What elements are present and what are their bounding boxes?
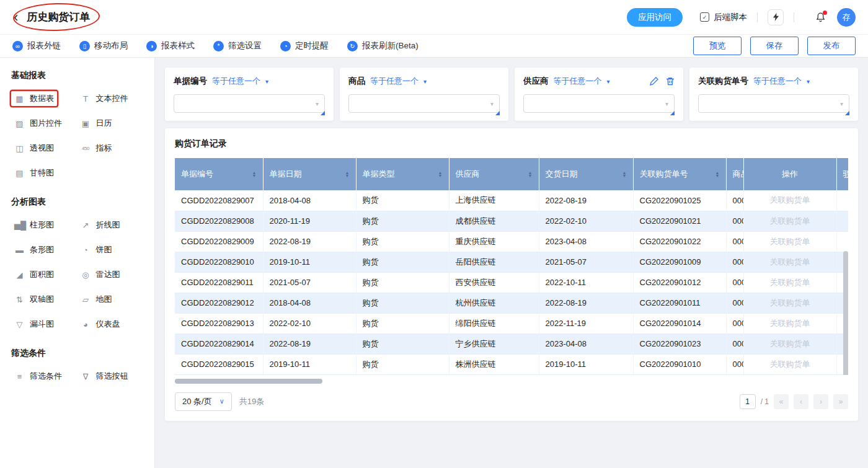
sidebar-item-bar-chart[interactable]: ▬ 条形图 [11, 242, 57, 257]
sidebar-section-title: 筛选条件 [11, 348, 143, 359]
table-cell: CGDD20220829011 [175, 272, 263, 293]
row-action-link[interactable]: 关联购货单 [743, 231, 836, 252]
sidebar-item-metric[interactable]: 450 指标 [78, 141, 115, 156]
sidebar-item-image-widget[interactable]: ▨ 图片控件 [11, 116, 65, 131]
table-row: CGDD202208290092022-08-19购货重庆供应链2023-04-… [175, 231, 848, 252]
sidebar-item-dual-axis-chart[interactable]: ⇅ 双轴图 [11, 292, 57, 307]
sidebar-item-label: 数据表 [30, 93, 54, 104]
sort-icon[interactable]: ▲▼ [438, 171, 443, 178]
column-header-related-order-no[interactable]: 关联购货单号▲▼ [633, 158, 726, 190]
horizontal-scrollbar[interactable] [175, 379, 322, 384]
sidebar-item-calendar[interactable]: ▣ 日历 [78, 116, 115, 131]
bar-chart-icon: ▬ [14, 245, 25, 255]
toolbar-report-style[interactable]: ◑ 报表样式 [146, 40, 195, 51]
sidebar-item-filter-button[interactable]: ∇ 筛选按钮 [78, 369, 131, 384]
column-header-order-type[interactable]: 单据类型▲▼ [356, 158, 449, 190]
notification-bell-icon[interactable] [815, 12, 826, 22]
last-page-button[interactable]: » [833, 394, 848, 409]
table-cell: CG20220901009 [633, 252, 726, 272]
column-header-order-no[interactable]: 单据编号▲▼ [175, 158, 263, 190]
next-page-button[interactable]: › [813, 394, 828, 409]
row-action-link[interactable]: 关联购货单 [743, 272, 836, 293]
gantt-chart-icon: ▤ [14, 169, 25, 178]
table-cell: CGDD20220829013 [175, 313, 263, 333]
row-action-link[interactable]: 关联购货单 [743, 333, 836, 354]
edit-icon[interactable] [650, 77, 658, 86]
filter-card-2[interactable]: 商品 等于任意一个 ▾ ▾ [340, 68, 508, 121]
filter-card-4[interactable]: 关联购货单号 等于任意一个 ▾ ▾ [689, 68, 858, 121]
sidebar-item-pivot-table[interactable]: ◫ 透视图 [11, 141, 57, 156]
sidebar-item-filter-condition[interactable]: ≡ 筛选条件 [11, 369, 65, 384]
filter-operator[interactable]: 等于任意一个 [753, 76, 802, 87]
sort-icon[interactable]: ▲▼ [345, 171, 350, 178]
back-icon[interactable]: ‹ [12, 11, 19, 24]
sidebar-item-map[interactable]: ▱ 地图 [78, 292, 115, 307]
column-header-supplier[interactable]: 供应商▲▼ [449, 158, 539, 190]
sort-icon[interactable]: ▲▼ [252, 171, 257, 178]
table-cell: CG20220901023 [633, 333, 726, 354]
save-button[interactable]: 保存 [750, 37, 799, 55]
table-cell: 株洲供应链 [449, 354, 539, 374]
delete-icon[interactable] [666, 77, 675, 86]
sidebar-item-radar-chart[interactable]: ◎ 雷达图 [78, 267, 123, 282]
sort-icon[interactable]: ▲▼ [622, 171, 627, 178]
sidebar-item-line-chart[interactable]: ↗ 折线图 [78, 218, 123, 232]
filter-operator[interactable]: 等于任意一个 [554, 76, 602, 87]
sidebar-item-label: 文本控件 [96, 93, 128, 104]
sidebar-item-funnel-chart[interactable]: ▽ 漏斗图 [11, 317, 57, 332]
sidebar-item-data-table[interactable]: ▦ 数据表 [11, 91, 57, 106]
user-avatar[interactable]: 存 [837, 8, 856, 27]
app-access-button[interactable]: 应用访问 [627, 8, 683, 27]
sidebar-item-label: 筛选按钮 [96, 371, 128, 382]
table-cell: CG20220901022 [633, 231, 726, 252]
sidebar-item-gauge-chart[interactable]: ◕ 仪表盘 [78, 317, 123, 332]
sidebar-item-label: 柱形图 [30, 219, 54, 231]
row-action-link[interactable]: 关联购货单 [743, 293, 836, 313]
toolbar-report-refresh[interactable]: ↻ 报表刷新(Beta) [347, 40, 418, 51]
filter-value-select[interactable]: ▾ [523, 94, 675, 113]
pagination-bar: 20 条/页 ∨ 共19条 1 / 1 « ‹ › » [175, 392, 848, 411]
sidebar-item-column-chart[interactable]: ▅█ 柱形图 [11, 218, 57, 232]
publish-button[interactable]: 发布 [807, 37, 856, 55]
sort-icon[interactable]: ▲▼ [528, 171, 533, 178]
filter-value-select[interactable]: ▾ [174, 94, 325, 113]
filter-operator[interactable]: 等于任意一个 [212, 76, 260, 87]
preview-button[interactable]: 预览 [693, 37, 742, 55]
filter-value-select[interactable]: ▾ [348, 94, 500, 113]
toolbar-filter-settings[interactable]: * 筛选设置 [213, 40, 262, 51]
table-cell: 2022-08-19 [539, 293, 633, 313]
sidebar-item-area-chart[interactable]: ◢ 面积图 [11, 267, 57, 282]
filter-card-3[interactable]: 供应商 等于任意一个 ▾ ▾ [515, 68, 683, 121]
sidebar-item-label: 条形图 [30, 244, 54, 255]
report-toolbar: ∞ 报表外链 ▯ 移动布局 ◑ 报表样式 * 筛选设置 ◔ 定时提醒 ↻ 报表刷… [0, 35, 868, 58]
sidebar-item-text-widget[interactable]: T 文本控件 [78, 91, 131, 106]
sidebar-item-label: 双轴图 [30, 294, 54, 305]
row-action-link[interactable]: 关联购货单 [743, 190, 836, 211]
column-header-order-date[interactable]: 单据日期▲▼ [263, 158, 356, 190]
mobile-layout-icon: ▯ [79, 41, 90, 51]
toolbar-timed-reminder[interactable]: ◔ 定时提醒 [280, 40, 329, 51]
toolbar-link[interactable]: ∞ 报表外链 [12, 40, 61, 51]
sort-icon[interactable]: ▲▼ [715, 171, 720, 178]
lightning-icon[interactable] [768, 9, 784, 25]
data-table-widget[interactable]: 购货订单记录 单据编号▲▼ 单据日期▲▼ 单据类型▲▼ 供应商▲▼ 交货日期▲▼… [165, 128, 858, 421]
filter-value-select[interactable]: ▾ [698, 94, 849, 113]
toolbar-mobile-layout[interactable]: ▯ 移动布局 [79, 40, 128, 51]
row-action-link[interactable]: 关联购货单 [743, 211, 836, 231]
vertical-scrollbar[interactable] [843, 251, 848, 375]
prev-page-button[interactable]: ‹ [794, 394, 808, 409]
filter-card-1[interactable]: 单据编号 等于任意一个 ▾ ▾ [165, 68, 334, 121]
column-header-delivery-date[interactable]: 交货日期▲▼ [539, 158, 633, 190]
row-action-link[interactable]: 关联购货单 [743, 354, 836, 374]
filter-operator[interactable]: 等于任意一个 [370, 76, 418, 87]
backend-script-button[interactable]: ✓ 后端脚本 [700, 12, 747, 23]
sidebar-item-pie-chart[interactable]: ◔ 饼图 [78, 242, 115, 257]
current-page-input[interactable]: 1 [740, 394, 756, 409]
row-action-link[interactable]: 关联购货单 [743, 252, 836, 272]
table-cell: 岳阳供应链 [449, 252, 539, 272]
pivot-table-icon: ◫ [14, 144, 25, 153]
page-size-select[interactable]: 20 条/页 ∨ [175, 392, 232, 411]
first-page-button[interactable]: « [774, 394, 789, 409]
row-action-link[interactable]: 关联购货单 [743, 313, 836, 333]
sidebar-item-gantt-chart[interactable]: ▤ 甘特图 [11, 166, 57, 180]
